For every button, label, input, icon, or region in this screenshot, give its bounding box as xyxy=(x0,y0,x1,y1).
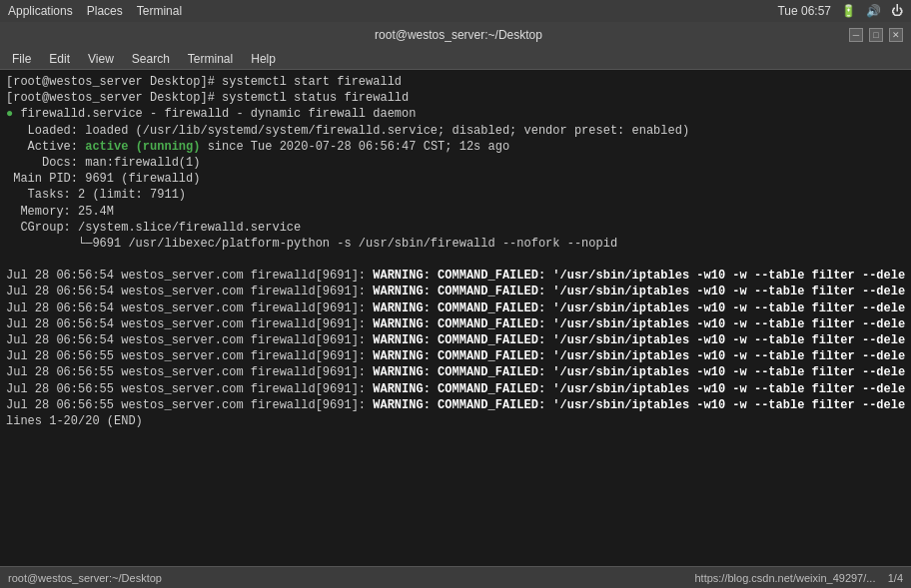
system-bar-right: Tue 06:57 🔋 🔊 ⏻ xyxy=(777,4,903,18)
window-controls: ─ □ ✕ xyxy=(849,28,903,42)
terminal-line: Jul 28 06:56:55 westos_server.com firewa… xyxy=(6,364,905,380)
volume-icon: 🔊 xyxy=(866,4,881,18)
window-title: root@westos_server:~/Desktop xyxy=(68,28,849,42)
places-menu[interactable]: Places xyxy=(87,4,123,18)
terminal-line: [root@westos_server Desktop]# systemctl … xyxy=(6,74,905,90)
terminal-line: └─9691 /usr/libexec/platform-python -s /… xyxy=(6,236,905,252)
status-path: root@westos_server:~/Desktop xyxy=(8,572,162,584)
terminal-line xyxy=(6,252,905,268)
terminal-line: Jul 28 06:56:54 westos_server.com firewa… xyxy=(6,316,905,332)
terminal-line: Jul 28 06:56:54 westos_server.com firewa… xyxy=(6,284,905,299)
title-bar: root@westos_server:~/Desktop ─ □ ✕ xyxy=(0,22,911,48)
applications-menu[interactable]: Applications xyxy=(8,4,73,18)
terminal-line: CGroup: /system.slice/firewalld.service xyxy=(6,220,905,236)
terminal-line: Docs: man:firewalld(1) xyxy=(6,155,905,171)
menu-terminal[interactable]: Terminal xyxy=(180,50,241,68)
menu-bar: File Edit View Search Terminal Help xyxy=(0,48,911,70)
terminal-window: root@westos_server:~/Desktop ─ □ ✕ File … xyxy=(0,22,911,588)
close-button[interactable]: ✕ xyxy=(889,28,903,42)
terminal-body[interactable]: [root@westos_server Desktop]# systemctl … xyxy=(0,70,911,566)
terminal-line: Tasks: 2 (limit: 7911) xyxy=(6,187,905,203)
minimize-button[interactable]: ─ xyxy=(849,28,863,42)
terminal-line: Memory: 25.4M xyxy=(6,204,905,220)
menu-help[interactable]: Help xyxy=(243,50,284,68)
status-bar: root@westos_server:~/Desktop https://blo… xyxy=(0,566,911,588)
menu-file[interactable]: File xyxy=(4,50,39,68)
terminal-line: Jul 28 06:56:55 westos_server.com firewa… xyxy=(6,348,905,364)
terminal-line: ● firewalld.service - firewalld - dynami… xyxy=(6,106,905,122)
terminal-line: [root@westos_server Desktop]# systemctl … xyxy=(6,90,905,106)
terminal-line: Jul 28 06:56:54 westos_server.com firewa… xyxy=(6,332,905,348)
system-bar-left: Applications Places Terminal xyxy=(8,4,182,18)
terminal-line: Jul 28 06:56:55 westos_server.com firewa… xyxy=(6,397,905,413)
system-bar: Applications Places Terminal Tue 06:57 🔋… xyxy=(0,0,911,22)
maximize-button[interactable]: □ xyxy=(869,28,883,42)
terminal-line: Jul 28 06:56:55 westos_server.com firewa… xyxy=(6,381,905,397)
power-icon[interactable]: ⏻ xyxy=(891,4,903,18)
battery-icon: 🔋 xyxy=(841,4,856,18)
menu-view[interactable]: View xyxy=(80,50,122,68)
menu-search[interactable]: Search xyxy=(124,50,178,68)
terminal-menu[interactable]: Terminal xyxy=(137,4,182,18)
status-url: https://blog.csdn.net/weixin_49297/... 1… xyxy=(694,572,903,584)
terminal-line: lines 1-20/20 (END) xyxy=(6,413,905,429)
terminal-line: Jul 28 06:56:54 westos_server.com firewa… xyxy=(6,300,905,316)
datetime-label: Tue 06:57 xyxy=(777,4,831,18)
menu-edit[interactable]: Edit xyxy=(41,50,78,68)
terminal-line: Jul 28 06:56:54 westos_server.com firewa… xyxy=(6,268,905,284)
terminal-line: Active: active (running) since Tue 2020-… xyxy=(6,139,905,155)
terminal-line: Main PID: 9691 (firewalld) xyxy=(6,171,905,187)
terminal-line: Loaded: loaded (/usr/lib/systemd/system/… xyxy=(6,123,905,139)
